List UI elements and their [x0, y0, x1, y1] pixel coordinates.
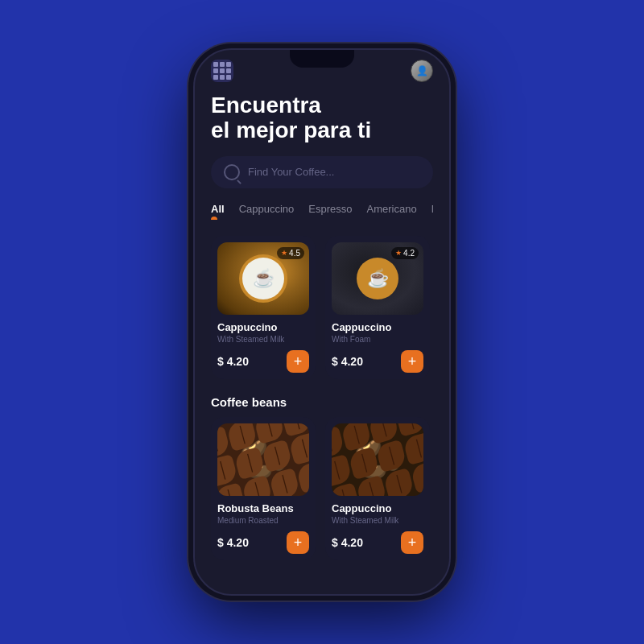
tab-americano[interactable]: Americano [366, 203, 416, 220]
add-button-2[interactable]: + [401, 350, 423, 373]
beans-pattern-1 [217, 423, 309, 496]
bean-price-1: $ 4.20 [217, 536, 249, 549]
dots-grid-icon [213, 62, 231, 80]
product-footer-2: $ 4.20 + [332, 350, 423, 373]
product-card-2: ★ 4.2 Cappuccino With Foam $ 4.20 + [325, 236, 430, 379]
tab-cappuccino[interactable]: Cappuccino [239, 203, 295, 220]
rating-badge-2: ★ 4.2 [391, 247, 419, 259]
bean-desc-1: Medium Roasted [217, 516, 309, 525]
app-icon[interactable] [211, 60, 233, 82]
bean-add-button-1[interactable]: + [287, 531, 309, 554]
bean-name-1: Robusta Beans [217, 502, 309, 514]
star-icon-2: ★ [395, 249, 402, 257]
star-icon-1: ★ [281, 249, 287, 257]
page-title: Encuentra el mejor para ti [211, 93, 433, 143]
bean-image-1 [217, 423, 309, 496]
bean-card-1: Robusta Beans Medium Roasted $ 4.20 + [211, 417, 316, 560]
tab-espresso[interactable]: Espresso [308, 203, 352, 220]
avatar[interactable]: 👤 [411, 60, 433, 82]
phone-frame: 👤 Encuentra el mejor para ti Find Your C… [193, 48, 451, 596]
beans-section-label: Coffee beans [211, 395, 433, 409]
bean-name-2: Cappuccino [332, 502, 423, 514]
phone-notch [290, 50, 354, 68]
bean-footer-1: $ 4.20 + [217, 531, 309, 554]
product-card-1: ★ 4.5 Cappuccino With Steamed Milk $ 4.2… [211, 236, 316, 379]
category-tabs: All Cappuccino Espresso Americano Macc [211, 203, 433, 220]
bean-footer-2: $ 4.20 + [332, 531, 423, 554]
bean-image-2 [332, 423, 423, 496]
bean-card-2: Cappuccino With Steamed Milk $ 4.20 + [325, 417, 430, 560]
add-button-1[interactable]: + [287, 350, 309, 373]
bean-add-button-2[interactable]: + [401, 531, 423, 554]
rating-badge-1: ★ 4.5 [277, 247, 304, 259]
product-footer-1: $ 4.20 + [217, 350, 309, 373]
product-name-2: Cappuccino [332, 321, 423, 333]
product-price-2: $ 4.20 [332, 355, 363, 368]
bean-price-2: $ 4.20 [332, 536, 363, 549]
bean-desc-2: With Steamed Milk [332, 516, 423, 525]
search-icon [224, 164, 240, 180]
product-desc-1: With Steamed Milk [217, 335, 309, 344]
product-image-2: ★ 4.2 [332, 242, 423, 315]
tab-macc[interactable]: Macc [431, 203, 433, 220]
product-desc-2: With Foam [332, 335, 423, 344]
search-bar[interactable]: Find Your Coffee... [211, 156, 433, 188]
search-placeholder: Find Your Coffee... [248, 166, 334, 178]
beans-pattern-2 [332, 423, 423, 496]
tab-all[interactable]: All [211, 203, 225, 220]
product-image-1: ★ 4.5 [217, 242, 309, 315]
featured-products-row: ★ 4.5 Cappuccino With Steamed Milk $ 4.2… [211, 236, 433, 379]
product-name-1: Cappuccino [217, 321, 309, 333]
main-content: Encuentra el mejor para ti Find Your Cof… [195, 87, 449, 594]
product-price-1: $ 4.20 [217, 355, 249, 368]
beans-products-row: Robusta Beans Medium Roasted $ 4.20 + Ca… [211, 417, 433, 560]
